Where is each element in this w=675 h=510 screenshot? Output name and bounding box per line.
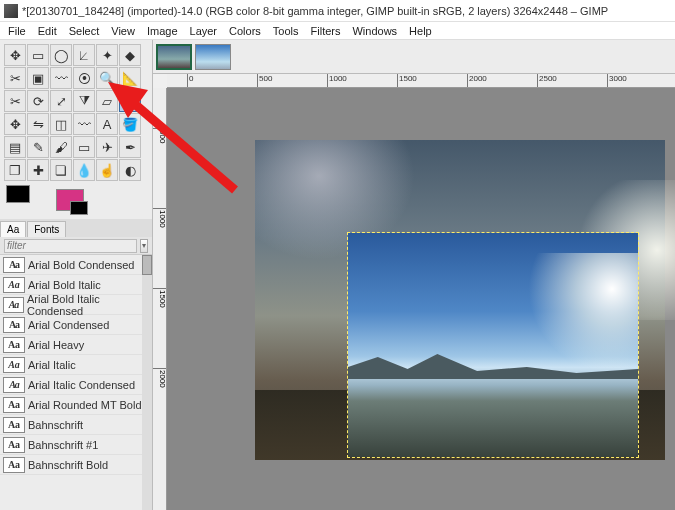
ruler-tick: 1000	[327, 74, 347, 88]
tool-flip[interactable]: ⇋	[27, 113, 49, 135]
ruler-tick: 2500	[537, 74, 557, 88]
tool-foreground-select[interactable]: ▣	[27, 67, 49, 89]
tab-aa[interactable]: Aa	[0, 221, 26, 237]
menu-filters[interactable]: Filters	[305, 23, 347, 39]
tool-rect-select[interactable]: ▭	[27, 44, 49, 66]
tool-bucket-fill[interactable]: 🪣	[119, 113, 141, 135]
font-item[interactable]: AaArial Rounded MT Bold,	[0, 395, 152, 415]
tool-color-picker[interactable]: ⦿	[73, 67, 95, 89]
image-tab-1[interactable]	[156, 44, 192, 70]
font-preview-icon: Aa	[3, 357, 25, 373]
font-item[interactable]: AaArial Italic Condensed	[0, 375, 152, 395]
left-dock: ✥▭◯⟀✦◆✂▣〰⦿🔍📐✂⟳⤢⧩▱⧉✥⇋◫〰A🪣▤✎🖌▭✈✒❐✚❏💧☝◐ Aa …	[0, 40, 153, 510]
tool-free-select[interactable]: ⟀	[73, 44, 95, 66]
ruler-tick: 0	[187, 74, 193, 88]
tool-measure[interactable]: 📐	[119, 67, 141, 89]
color-swatches[interactable]	[0, 183, 152, 219]
font-item-label: Arial Bold Italic Condensed	[27, 293, 152, 317]
font-item[interactable]: AaArial Bold Italic Condensed	[0, 295, 152, 315]
font-item-label: Arial Condensed	[28, 319, 109, 331]
tool-rotate[interactable]: ⟳	[27, 90, 49, 112]
floating-selection[interactable]	[347, 232, 639, 458]
tool-pencil[interactable]: ✎	[27, 136, 49, 158]
tool-blur[interactable]: 💧	[73, 159, 95, 181]
font-list-scrollbar[interactable]	[142, 255, 152, 510]
menu-edit[interactable]: Edit	[32, 23, 63, 39]
menu-select[interactable]: Select	[63, 23, 106, 39]
tool-scale[interactable]: ⤢	[50, 90, 72, 112]
svg-marker-0	[348, 354, 638, 379]
tool-ellipse-select[interactable]: ◯	[50, 44, 72, 66]
tool-unified-transform[interactable]: ⧉	[119, 90, 141, 112]
ruler-tick: 1000	[153, 208, 167, 228]
font-dock-tabs: Aa Fonts	[0, 219, 152, 237]
tool-smudge[interactable]: ☝	[96, 159, 118, 181]
font-preview-icon: Aa	[3, 257, 25, 273]
menu-tools[interactable]: Tools	[267, 23, 305, 39]
font-item[interactable]: AaArial Condensed	[0, 315, 152, 335]
ruler-tick: 3000	[607, 74, 627, 88]
font-item[interactable]: AaArial Heavy	[0, 335, 152, 355]
menu-windows[interactable]: Windows	[346, 23, 403, 39]
tool-perspective-clone[interactable]: ❏	[50, 159, 72, 181]
font-item[interactable]: AaBahnschrift Bold	[0, 455, 152, 475]
font-preview-icon: Aa	[3, 277, 25, 293]
tool-crop[interactable]: ✂	[4, 90, 26, 112]
tool-paths[interactable]: 〰	[50, 67, 72, 89]
tool-dodge[interactable]: ◐	[119, 159, 141, 181]
font-preview-icon: Aa	[3, 417, 25, 433]
tool-handle-transform[interactable]: ✥	[4, 113, 26, 135]
font-item[interactable]: AaBahnschrift #1	[0, 435, 152, 455]
tool-heal[interactable]: ✚	[27, 159, 49, 181]
font-item[interactable]: AaArial Bold Condensed	[0, 255, 152, 275]
ruler-tick: 500	[257, 74, 272, 88]
font-item[interactable]: AaBahnschrift	[0, 415, 152, 435]
tab-fonts[interactable]: Fonts	[27, 221, 66, 237]
font-preview-icon: Aa	[3, 377, 25, 393]
tool-ink[interactable]: ✒	[119, 136, 141, 158]
swap-swatch[interactable]	[70, 201, 88, 215]
tool-shear[interactable]: ⧩	[73, 90, 95, 112]
image-tabs	[153, 40, 675, 74]
tool-fuzzy-select[interactable]: ✦	[96, 44, 118, 66]
tool-clone[interactable]: ❐	[4, 159, 26, 181]
tool-airbrush[interactable]: ✈	[96, 136, 118, 158]
tool-paintbrush[interactable]: 🖌	[50, 136, 72, 158]
font-filter-row: ▾	[0, 237, 152, 255]
font-list: AaArial Bold CondensedAaArial Bold Itali…	[0, 255, 152, 510]
ruler-vertical: 500100015002000	[153, 88, 167, 510]
font-preview-icon: Aa	[3, 397, 25, 413]
window-titlebar: *[20130701_184248] (imported)-14.0 (RGB …	[0, 0, 675, 22]
window-title: *[20130701_184248] (imported)-14.0 (RGB …	[22, 5, 608, 17]
tool-cage[interactable]: ◫	[50, 113, 72, 135]
font-filter-dropdown[interactable]: ▾	[140, 239, 148, 253]
font-item[interactable]: AaArial Italic	[0, 355, 152, 375]
font-item-label: Arial Italic	[28, 359, 76, 371]
tool-zoom[interactable]: 🔍	[96, 67, 118, 89]
menu-view[interactable]: View	[105, 23, 141, 39]
menu-layer[interactable]: Layer	[184, 23, 224, 39]
font-item-label: Arial Italic Condensed	[28, 379, 135, 391]
tool-color-select[interactable]: ◆	[119, 44, 141, 66]
font-item-label: Bahnschrift Bold	[28, 459, 108, 471]
tool-text[interactable]: A	[96, 113, 118, 135]
tool-gradient[interactable]: ▤	[4, 136, 26, 158]
fg-color-swatch[interactable]	[6, 185, 30, 203]
menu-image[interactable]: Image	[141, 23, 184, 39]
tool-warp[interactable]: 〰	[73, 113, 95, 135]
menu-colors[interactable]: Colors	[223, 23, 267, 39]
image-layer-pasted	[348, 233, 638, 457]
tool-scissors[interactable]: ✂	[4, 67, 26, 89]
canvas-viewport[interactable]	[167, 88, 675, 510]
tool-eraser[interactable]: ▭	[73, 136, 95, 158]
menu-file[interactable]: File	[2, 23, 32, 39]
toolbox: ✥▭◯⟀✦◆✂▣〰⦿🔍📐✂⟳⤢⧩▱⧉✥⇋◫〰A🪣▤✎🖌▭✈✒❐✚❏💧☝◐	[0, 40, 152, 183]
menu-help[interactable]: Help	[403, 23, 438, 39]
font-item-label: Arial Bold Condensed	[28, 259, 134, 271]
font-filter-input[interactable]	[4, 239, 137, 253]
tool-perspective[interactable]: ▱	[96, 90, 118, 112]
ruler-tick: 500	[153, 128, 167, 143]
font-preview-icon: Aa	[3, 337, 25, 353]
image-tab-2[interactable]	[195, 44, 231, 70]
tool-move[interactable]: ✥	[4, 44, 26, 66]
